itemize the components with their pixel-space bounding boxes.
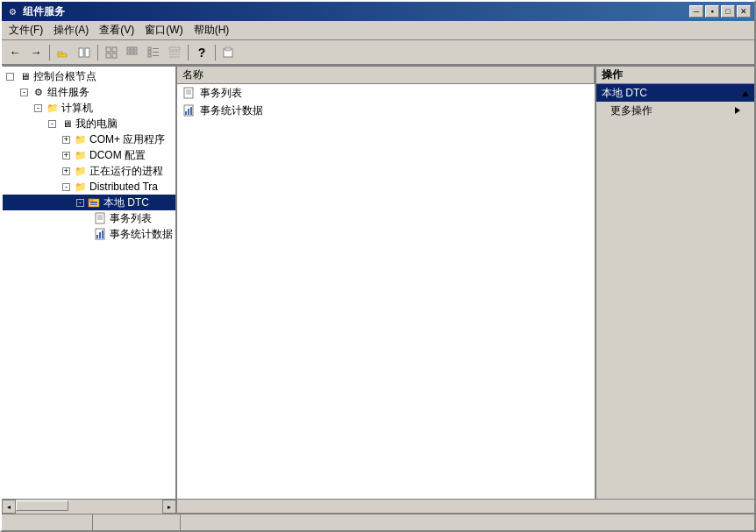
tree-node-local-dtc[interactable]: - 本地 DTC xyxy=(3,195,175,210)
content-header: 名称 xyxy=(177,67,595,84)
svg-rect-30 xyxy=(96,213,104,223)
svg-rect-6 xyxy=(106,53,111,58)
tree-node-component-services[interactable]: - ⚙ 组件服务 xyxy=(3,84,175,100)
txstats-icon xyxy=(94,227,108,241)
actions-more-label: 更多操作 xyxy=(610,103,653,118)
tree-node-dtc-folder[interactable]: - 📁 Distributed Tra xyxy=(3,179,175,195)
col-header-name[interactable]: 名称 xyxy=(177,67,595,83)
ldtc-icon xyxy=(88,195,102,209)
content-txstats-label: 事务统计数据 xyxy=(200,103,263,118)
close-button[interactable]: ✕ xyxy=(737,5,751,18)
menu-file[interactable]: 文件(F) xyxy=(4,21,48,39)
svg-rect-35 xyxy=(96,235,98,238)
proc-label: 正在运行的进程 xyxy=(89,164,163,179)
expand-com[interactable]: + xyxy=(62,136,70,144)
content-row-txlist[interactable]: 事务列表 xyxy=(177,84,595,102)
svg-rect-36 xyxy=(99,232,101,238)
dtcf-label: Distributed Tra xyxy=(89,181,158,193)
title-bar-left: ⚙ 组件服务 xyxy=(5,4,65,19)
title-bar-controls: ─ ▪ □ ✕ xyxy=(689,5,751,18)
actions-collapse-icon xyxy=(742,87,749,99)
tree-node-com-apps[interactable]: + 📁 COM+ 应用程序 xyxy=(3,131,175,147)
tree-node-tx-stats[interactable]: 事务统计数据 xyxy=(3,226,175,242)
svg-rect-44 xyxy=(188,109,189,115)
mypc-label: 我的电脑 xyxy=(75,117,118,131)
expand-dtcf[interactable]: - xyxy=(62,183,70,191)
content-txlist-label: 事务列表 xyxy=(200,86,242,101)
computers-icon: 📁 xyxy=(46,101,60,115)
svg-rect-37 xyxy=(102,231,103,238)
svg-rect-29 xyxy=(90,204,97,205)
svg-rect-4 xyxy=(106,47,111,52)
help-button[interactable]: ? xyxy=(192,43,211,62)
dtcf-icon: 📁 xyxy=(74,180,88,194)
expand-ldtc[interactable]: - xyxy=(76,199,84,207)
com-label: COM+ 应用程序 xyxy=(89,132,165,147)
root-label: 控制台根节点 xyxy=(33,69,96,84)
svg-rect-20 xyxy=(169,47,180,50)
hscroll-area: ◂ ▸ xyxy=(2,499,754,513)
menu-window[interactable]: 窗口(W) xyxy=(139,21,188,39)
menu-help[interactable]: 帮助(H) xyxy=(189,21,235,39)
svg-rect-9 xyxy=(131,47,133,50)
svg-rect-5 xyxy=(112,47,117,52)
hscroll-right-btn[interactable]: ▸ xyxy=(162,500,176,514)
minimize-button[interactable]: ─ xyxy=(689,5,703,18)
tree-node-processes[interactable]: + 📁 正在运行的进程 xyxy=(3,163,175,179)
up-button[interactable] xyxy=(53,43,73,62)
svg-rect-10 xyxy=(134,47,137,50)
hscroll-left-btn[interactable]: ◂ xyxy=(2,500,16,514)
status-section-1 xyxy=(5,514,93,530)
computers-label: 计算机 xyxy=(61,101,93,116)
toolbar: ← → ? xyxy=(2,40,754,65)
actions-item-local-dtc[interactable]: 本地 DTC xyxy=(596,84,754,102)
expand-computers[interactable]: - xyxy=(34,104,42,112)
tree-node-root[interactable]: 🖥 控制台根节点 xyxy=(3,68,175,84)
proc-icon: 📁 xyxy=(74,164,88,178)
tree-node-computers[interactable]: - 📁 计算机 xyxy=(3,100,175,116)
content-row-txstats[interactable]: 事务统计数据 xyxy=(177,102,595,119)
back-button[interactable]: ← xyxy=(5,43,25,62)
small-icons-button[interactable] xyxy=(123,43,142,62)
export-button[interactable] xyxy=(219,43,239,62)
maximize-button[interactable]: □ xyxy=(721,5,735,18)
txstats-label: 事务统计数据 xyxy=(110,227,173,242)
expand-root[interactable] xyxy=(6,73,14,81)
svg-rect-12 xyxy=(131,52,133,54)
tree-node-mypc[interactable]: - 🖥 我的电脑 xyxy=(3,116,175,131)
dcom-label: DCOM 配置 xyxy=(89,148,146,163)
showhide-button[interactable] xyxy=(75,43,94,62)
expand-proc[interactable]: + xyxy=(62,167,70,175)
cs-icon: ⚙ xyxy=(32,85,46,99)
expand-dcom[interactable]: + xyxy=(62,152,70,160)
forward-button[interactable]: → xyxy=(26,43,46,62)
large-icons-button[interactable] xyxy=(102,43,121,62)
restore-button[interactable]: ▪ xyxy=(705,5,719,18)
toolbar-sep-4 xyxy=(215,45,216,60)
main-window: ⚙ 组件服务 ─ ▪ □ ✕ 文件(F) 操作(A) 查看(V) 窗口(W) 帮… xyxy=(0,0,756,532)
hscroll-thumb[interactable] xyxy=(16,500,68,511)
dcom-icon: 📁 xyxy=(74,148,88,162)
toolbar-sep-2 xyxy=(97,45,98,60)
menu-view[interactable]: 查看(V) xyxy=(94,21,139,39)
detail-button[interactable] xyxy=(165,43,184,62)
hscroll-track[interactable] xyxy=(16,500,162,514)
tree-hscroll: ◂ ▸ xyxy=(2,500,177,513)
svg-rect-14 xyxy=(148,47,151,50)
svg-rect-1 xyxy=(58,52,62,54)
menu-bar: 文件(F) 操作(A) 查看(V) 窗口(W) 帮助(H) xyxy=(2,21,754,40)
tree-node-dcom[interactable]: + 📁 DCOM 配置 xyxy=(3,147,175,163)
expand-mypc[interactable]: - xyxy=(48,120,56,128)
svg-rect-43 xyxy=(185,111,187,115)
list-button[interactable] xyxy=(144,43,163,62)
svg-rect-16 xyxy=(148,51,151,53)
tree-node-tx-list[interactable]: 事务列表 xyxy=(3,210,175,226)
toolbar-sep-3 xyxy=(188,45,189,60)
cs-label: 组件服务 xyxy=(47,85,89,100)
txlist-label: 事务列表 xyxy=(110,211,152,226)
actions-subitem-more[interactable]: 更多操作 xyxy=(596,102,754,119)
window-title: 组件服务 xyxy=(23,4,65,19)
svg-rect-28 xyxy=(90,202,97,203)
expand-cs[interactable]: - xyxy=(20,89,28,96)
menu-action[interactable]: 操作(A) xyxy=(48,21,94,39)
